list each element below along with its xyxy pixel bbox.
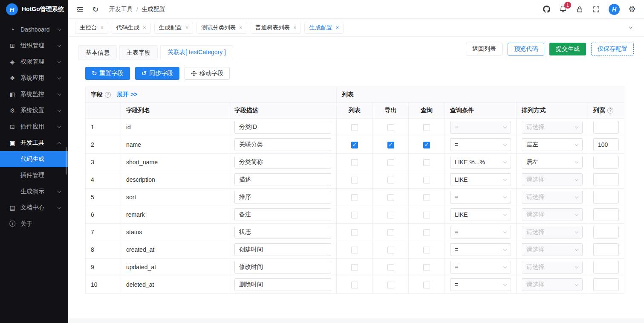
sidebar-item[interactable]: ⓘ关于 xyxy=(0,216,68,232)
export-checkbox[interactable] xyxy=(387,142,394,148)
list-checkbox[interactable] xyxy=(351,282,358,288)
help-icon[interactable] xyxy=(105,92,111,98)
sidebar-subitem[interactable]: 生成演示 xyxy=(0,183,68,200)
sidebar-subitem[interactable]: 插件管理 xyxy=(0,167,68,183)
close-icon[interactable] xyxy=(335,25,339,30)
field-desc-input[interactable] xyxy=(234,121,331,134)
sidebar-item[interactable]: ▣开发工具 xyxy=(0,135,68,151)
query-checkbox[interactable] xyxy=(423,282,430,288)
expand-link[interactable]: 展开 >> xyxy=(117,91,137,98)
open-tab[interactable]: 代码生成 xyxy=(112,22,151,34)
sidebar-item[interactable]: ◧系统监控 xyxy=(0,86,68,102)
export-checkbox[interactable] xyxy=(387,159,394,166)
query-condition-select[interactable]: = xyxy=(450,191,511,204)
fullscreen-icon[interactable] xyxy=(592,5,601,14)
reset-fields-button[interactable]: 重置字段 xyxy=(85,67,130,80)
sync-fields-button[interactable]: 同步字段 xyxy=(135,67,180,80)
sidebar-item[interactable]: ◔Dashboard xyxy=(0,21,68,38)
page-tab[interactable]: 主表字段 xyxy=(119,45,158,60)
list-checkbox[interactable] xyxy=(351,264,358,271)
field-desc-input[interactable] xyxy=(234,173,331,186)
lock-icon[interactable] xyxy=(575,5,584,14)
back-to-list-button[interactable]: 返回列表 xyxy=(466,43,502,55)
open-tab[interactable]: 生成配置 xyxy=(304,22,344,34)
query-checkbox[interactable] xyxy=(423,177,430,183)
query-checkbox[interactable] xyxy=(423,247,430,253)
query-condition-select[interactable]: = xyxy=(450,243,511,256)
query-checkbox[interactable] xyxy=(423,229,430,236)
list-checkbox[interactable] xyxy=(351,142,358,148)
align-select[interactable]: 居左 xyxy=(522,138,583,151)
list-checkbox[interactable] xyxy=(351,212,358,218)
query-checkbox[interactable] xyxy=(423,159,430,166)
export-checkbox[interactable] xyxy=(387,124,394,131)
query-checkbox[interactable] xyxy=(423,142,430,148)
list-checkbox[interactable] xyxy=(351,229,358,236)
help-icon[interactable] xyxy=(607,108,613,113)
field-desc-input[interactable] xyxy=(234,226,331,239)
tabs-dropdown-button[interactable] xyxy=(624,27,637,28)
export-checkbox[interactable] xyxy=(387,229,394,236)
gear-icon[interactable] xyxy=(628,5,636,14)
sidebar-item[interactable]: ◈权限管理 xyxy=(0,54,68,70)
export-checkbox[interactable] xyxy=(387,212,394,218)
menu-collapse-icon[interactable] xyxy=(76,5,84,14)
column-width-input[interactable] xyxy=(593,208,619,221)
sidebar-item[interactable]: ⊞组织管理 xyxy=(0,38,68,54)
column-width-input[interactable] xyxy=(593,121,619,134)
page-tab[interactable]: 基本信息 xyxy=(78,45,117,60)
query-checkbox[interactable] xyxy=(423,212,430,218)
query-condition-select[interactable]: = xyxy=(450,226,511,239)
app-logo[interactable]: H HotGo管理系统 xyxy=(0,0,68,19)
open-tab[interactable]: 普通树表列表 xyxy=(251,22,301,34)
field-desc-input[interactable] xyxy=(234,261,331,274)
sidebar-item[interactable]: ⚙系统设置 xyxy=(0,102,68,119)
notifications[interactable]: 1 xyxy=(559,5,567,14)
close-icon[interactable] xyxy=(293,25,297,30)
page-tab[interactable]: 关联表[ testCategory ] xyxy=(160,45,233,60)
preview-code-button[interactable]: 预览代码 xyxy=(508,43,544,55)
submit-generate-button[interactable]: 提交生成 xyxy=(549,43,586,55)
list-checkbox[interactable] xyxy=(351,247,358,253)
query-condition-select[interactable]: = xyxy=(450,278,511,291)
column-width-input[interactable] xyxy=(593,156,619,169)
column-width-input[interactable] xyxy=(593,191,619,204)
close-icon[interactable] xyxy=(143,25,146,30)
list-checkbox[interactable] xyxy=(351,124,358,131)
close-icon[interactable] xyxy=(185,25,189,30)
move-fields-button[interactable]: 移动字段 xyxy=(185,67,230,80)
export-checkbox[interactable] xyxy=(387,264,394,271)
query-checkbox[interactable] xyxy=(423,194,430,201)
field-desc-input[interactable] xyxy=(234,278,331,291)
refresh-icon[interactable] xyxy=(91,5,100,14)
open-tab[interactable]: 生成配置 xyxy=(154,22,193,34)
sidebar-subitem[interactable]: 代码生成 xyxy=(0,151,68,167)
sidebar-scrollbar[interactable] xyxy=(66,147,67,175)
column-width-input[interactable] xyxy=(593,243,619,256)
export-checkbox[interactable] xyxy=(387,282,394,288)
close-icon[interactable] xyxy=(101,25,104,30)
field-desc-input[interactable] xyxy=(234,243,331,256)
save-config-only-button[interactable]: 仅保存配置 xyxy=(591,43,634,55)
field-desc-input[interactable] xyxy=(234,208,331,221)
open-tab[interactable]: 测试分类列表 xyxy=(196,22,247,34)
query-condition-select[interactable]: = xyxy=(450,138,511,151)
query-condition-select[interactable]: = xyxy=(450,261,511,274)
column-width-input[interactable] xyxy=(593,278,619,291)
field-desc-input[interactable] xyxy=(234,138,331,151)
field-desc-input[interactable] xyxy=(234,156,331,169)
sidebar-item[interactable]: ▤文档中心 xyxy=(0,200,68,216)
breadcrumb-item-current[interactable]: 生成配置 xyxy=(142,6,165,13)
export-checkbox[interactable] xyxy=(387,247,394,253)
user-avatar[interactable]: H xyxy=(609,4,620,15)
breadcrumb-item-parent[interactable]: 开发工具 xyxy=(109,6,133,13)
github-icon[interactable] xyxy=(542,5,551,14)
query-condition-select[interactable]: LIKE %...% xyxy=(450,156,511,169)
list-checkbox[interactable] xyxy=(351,159,358,166)
field-desc-input[interactable] xyxy=(234,191,331,204)
query-checkbox[interactable] xyxy=(423,264,430,271)
query-condition-select[interactable]: LIKE xyxy=(450,208,511,221)
query-checkbox[interactable] xyxy=(423,124,430,131)
query-condition-select[interactable]: LIKE xyxy=(450,173,511,186)
column-width-input[interactable] xyxy=(593,226,619,239)
